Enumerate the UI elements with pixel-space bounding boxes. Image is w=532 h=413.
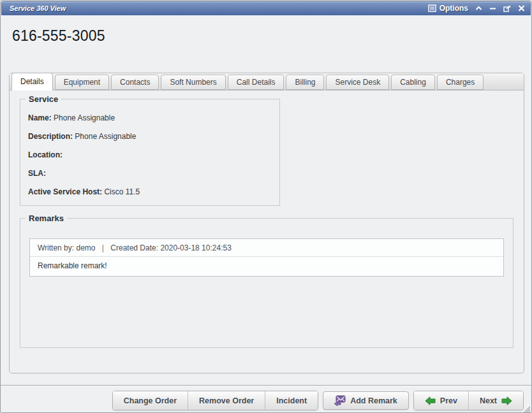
minimize-button[interactable] (489, 5, 496, 11)
remark-meta-separator: | (102, 243, 104, 252)
field-name-label: Name: (28, 113, 52, 122)
options-button[interactable]: Options (428, 4, 468, 13)
tab-call-details[interactable]: Call Details (228, 75, 284, 90)
field-active-service-host-value: Cisco 11.5 (104, 187, 140, 196)
next-button[interactable]: Next (468, 391, 523, 410)
remarks-legend: Remarks (26, 214, 67, 223)
add-remark-label: Add Remark (350, 396, 397, 405)
field-name: Name: Phone Assignable (28, 113, 272, 122)
arrow-left-icon (425, 396, 436, 405)
service-legend: Service (26, 94, 61, 104)
prev-label: Prev (440, 396, 457, 405)
order-actions-group: Change Order Remove Order Incident (112, 391, 318, 410)
tab-contacts[interactable]: Contacts (111, 75, 159, 90)
remove-order-button[interactable]: Remove Order (188, 391, 265, 410)
options-icon (428, 4, 436, 12)
tab-service-desk[interactable]: Service Desk (326, 75, 389, 90)
add-remark-button[interactable]: Add Remark (323, 391, 409, 410)
change-order-button[interactable]: Change Order (113, 391, 188, 410)
options-label: Options (440, 4, 468, 13)
incident-button[interactable]: Incident (265, 391, 318, 410)
chevron-up-icon (475, 5, 482, 11)
next-label: Next (480, 396, 497, 405)
page-title: 616-555-3005 (12, 27, 105, 45)
titlebar: Service 360 View Options (1, 1, 531, 15)
remark-created-value: 2020-03-18 10:24:53 (160, 243, 231, 252)
field-description: Description: Phone Assignable (28, 132, 272, 141)
tab-charges[interactable]: Charges (437, 75, 484, 90)
collapse-button[interactable] (475, 5, 482, 11)
remark-created-label: Created Date: (110, 243, 158, 252)
minimize-icon (489, 5, 496, 11)
field-sla-label: SLA: (28, 169, 46, 178)
prev-next-group: Prev Next (413, 391, 524, 410)
field-active-service-host: Active Service Host: Cisco 11.5 (28, 187, 272, 196)
tab-details[interactable]: Details (11, 73, 53, 91)
tab-panel: Details Equipment Contacts Soft Numbers … (9, 73, 524, 373)
window-title: Service 360 View (7, 4, 66, 12)
tab-strip: Details Equipment Contacts Soft Numbers … (10, 73, 524, 91)
footer-toolbar: Change Order Remove Order Incident Add R… (112, 391, 524, 410)
maximize-button[interactable] (503, 5, 511, 12)
remark-text: Remarkable remark! (30, 257, 503, 276)
remark-card: Written by: demo | Created Date: 2020-03… (29, 238, 504, 277)
close-icon (518, 5, 525, 11)
details-tab-content: Service Name: Phone Assignable Descripti… (10, 99, 524, 382)
tab-soft-numbers[interactable]: Soft Numbers (161, 75, 225, 90)
field-active-service-host-label: Active Service Host: (28, 187, 102, 196)
tab-billing[interactable]: Billing (286, 75, 324, 90)
service-360-window: Service 360 View Options (0, 0, 532, 413)
remark-written-by-label: Written by: (38, 243, 74, 252)
field-description-label: Description: (28, 132, 73, 141)
tab-equipment[interactable]: Equipment (55, 75, 109, 90)
service-fieldset: Service Name: Phone Assignable Descripti… (20, 99, 280, 206)
remark-author: demo (76, 243, 95, 252)
envelope-reply-icon (334, 395, 346, 406)
prev-button[interactable]: Prev (414, 391, 468, 410)
maximize-icon (503, 5, 511, 12)
tab-cabling[interactable]: Cabling (391, 75, 435, 90)
footer-divider (1, 385, 531, 386)
arrow-right-icon (501, 396, 512, 405)
remark-meta: Written by: demo | Created Date: 2020-03… (30, 239, 503, 257)
close-button[interactable] (518, 5, 525, 11)
resize-grip[interactable] (522, 403, 530, 411)
remarks-fieldset: Remarks Written by: demo | Created Date:… (20, 218, 514, 348)
field-name-value: Phone Assignable (54, 113, 115, 122)
field-sla: SLA: (28, 169, 272, 178)
field-location: Location: (28, 150, 272, 159)
field-location-label: Location: (28, 150, 63, 159)
field-description-value: Phone Assignable (75, 132, 136, 141)
